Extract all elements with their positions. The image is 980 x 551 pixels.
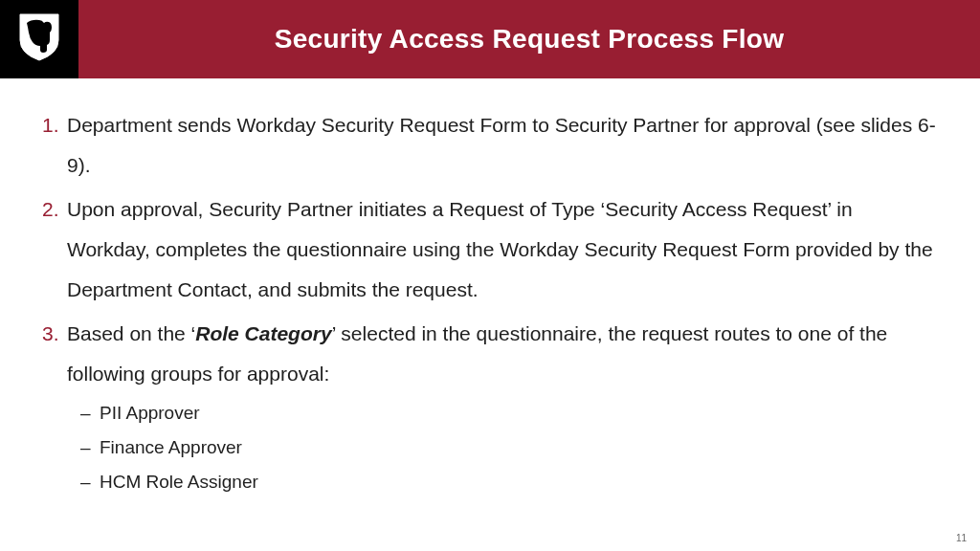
slide: Security Access Request Process Flow Dep… — [0, 0, 980, 551]
list-item-text-pre: Based on the ‘ — [67, 322, 195, 344]
slide-body: Department sends Workday Security Reques… — [0, 78, 980, 551]
page-number: 11 — [956, 533, 967, 543]
list-item-text: Upon approval, Security Partner initiate… — [67, 198, 933, 300]
sub-list-item: PII Approver — [67, 396, 938, 430]
logo-box — [0, 0, 78, 78]
sub-list-item-text: HCM Role Assigner — [100, 472, 258, 492]
title-bar: Security Access Request Process Flow — [78, 0, 980, 78]
sub-list-item: Finance Approver — [67, 430, 938, 465]
list-item-emph: Role Category — [195, 322, 331, 344]
sub-list-item-text: Finance Approver — [100, 437, 242, 457]
sub-list-item-text: PII Approver — [100, 403, 200, 423]
list-item: Based on the ‘Role Category’ selected in… — [42, 314, 938, 499]
page-title: Security Access Request Process Flow — [275, 24, 785, 55]
cougar-shield-icon — [17, 11, 61, 67]
list-item: Department sends Workday Security Reques… — [42, 105, 938, 186]
sub-list: PII Approver Finance Approver HCM Role A… — [67, 396, 938, 499]
header: Security Access Request Process Flow — [0, 0, 980, 78]
list-item: Upon approval, Security Partner initiate… — [42, 189, 938, 310]
process-list: Department sends Workday Security Reques… — [42, 105, 938, 499]
sub-list-item: HCM Role Assigner — [67, 465, 938, 499]
list-item-text: Department sends Workday Security Reques… — [67, 114, 936, 176]
